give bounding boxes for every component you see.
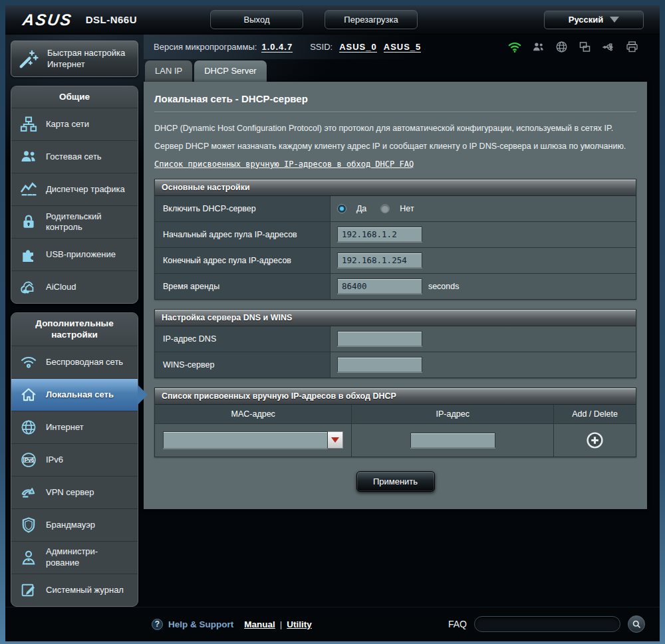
sidebar-item-label: Гостевая сеть: [46, 152, 102, 162]
traffic-manager-icon: [17, 180, 41, 199]
tab-bar: LAN IP DHCP Server: [144, 59, 647, 82]
tab-lan-ip[interactable]: LAN IP: [145, 60, 192, 82]
sidebar-item-wireless[interactable]: Беспроводная сеть: [11, 346, 138, 378]
wifi-icon: [17, 353, 41, 372]
column-header-ip: IP-адрес: [352, 405, 554, 423]
section-basic-settings: Основные настройки Включить DHCP-сервер …: [154, 179, 636, 300]
sidebar-item-label: Локальная сеть: [46, 389, 114, 400]
sidebar-item-label: Интернет: [46, 422, 84, 433]
mac-dropdown-button[interactable]: [328, 431, 343, 449]
sidebar-item-label: Карта сети: [46, 119, 89, 130]
lock-icon: [17, 213, 41, 231]
section-dns-title: Настройка сервера DNS и WINS: [155, 310, 636, 326]
manual-link[interactable]: Manual: [244, 619, 275, 629]
sidebar-item-internet[interactable]: Интернет: [11, 411, 138, 443]
lease-time-value-cell: seconds: [331, 274, 636, 299]
mac-address-input[interactable]: [163, 431, 328, 449]
dns-ip-input[interactable]: [337, 331, 422, 346]
doc-links: Manual | Utility: [244, 619, 312, 629]
person-icon: [17, 548, 41, 567]
plus-circle-icon: [585, 431, 604, 450]
sidebar-item-vpn-server[interactable]: VPN сервер: [11, 476, 138, 508]
footer-bar: ? Help & Support Manual | Utility FAQ: [5, 607, 660, 641]
radio-no[interactable]: [380, 204, 390, 213]
internet-status-icon[interactable]: [555, 40, 569, 54]
faq-search-input[interactable]: [474, 616, 620, 632]
sidebar-item-aicloud[interactable]: AiCloud: [11, 270, 138, 303]
row-dns-ip: IP-адрес DNS: [155, 326, 636, 352]
sidebar-item-firewall[interactable]: Брандмауэр: [11, 508, 138, 541]
network-map-icon: [17, 115, 41, 134]
sidebar-group-advanced-title: Дополнительные настройки: [11, 313, 138, 346]
faq-search-group: FAQ: [448, 615, 645, 633]
wins-server-input[interactable]: [337, 357, 422, 372]
tab-dhcp-server[interactable]: DHCP Server: [194, 60, 267, 82]
pool-end-label: Конечный адрес пула IP-адресов: [155, 248, 331, 273]
shield-icon: [17, 516, 41, 534]
sidebar-item-lan-selected[interactable]: Локальная сеть: [11, 378, 138, 411]
utility-link[interactable]: Utility: [287, 619, 312, 629]
radio-no-label[interactable]: Нет: [400, 204, 414, 213]
enable-dhcp-value: Да Нет: [331, 196, 636, 221]
content-area: Версия микропрограммы: 1.0.4.7 SSID: ASU…: [144, 35, 660, 607]
add-delete-cell: [554, 424, 636, 457]
sidebar-item-administration[interactable]: Администри-рование: [11, 541, 138, 574]
language-dropdown[interactable]: Русский: [544, 11, 644, 29]
row-lease-time: Время аренды seconds: [155, 273, 636, 299]
divider: [154, 112, 636, 113]
top-header-bar: ASUS DSL-N66U Выход Перезагрузка Русский: [5, 5, 660, 35]
firmware-version-link[interactable]: 1.0.4.7: [261, 42, 293, 53]
wins-server-label: WINS-сервер: [155, 352, 331, 377]
column-header-add-delete: Add / Delete: [554, 405, 636, 423]
sidebar-item-usb-application[interactable]: USB-приложение: [11, 238, 138, 270]
section-basic-title: Основные настройки: [155, 179, 636, 196]
sidebar-item-parental-control[interactable]: Родительский контроль: [11, 205, 138, 238]
mac-address-cell: [155, 424, 352, 457]
sidebar-group-advanced: Дополнительные настройки Беспроводная се…: [11, 312, 138, 607]
sidebar-item-label: Диспетчер трафика: [46, 184, 125, 195]
link-separator: |: [280, 619, 283, 629]
usb-status-icon[interactable]: [601, 40, 616, 54]
sidebar-item-traffic-manager[interactable]: Диспетчер трафика: [11, 173, 138, 205]
add-entry-button[interactable]: [585, 430, 605, 450]
ip-address-input[interactable]: [410, 433, 495, 448]
pool-end-input[interactable]: [337, 253, 422, 268]
printer-status-icon[interactable]: [625, 40, 639, 54]
wifi-status-icon[interactable]: [507, 40, 522, 54]
ip-address-cell: [352, 424, 554, 457]
sidebar-item-system-log[interactable]: Системный журнал: [11, 574, 138, 606]
clients-status-icon[interactable]: [578, 40, 592, 54]
radio-yes-label[interactable]: Да: [356, 204, 366, 213]
column-header-mac: MAC-адрес: [155, 405, 352, 423]
sidebar-item-label: Администри-рование: [46, 546, 131, 568]
pool-start-input[interactable]: [337, 227, 422, 242]
faq-label: FAQ: [448, 619, 467, 629]
main-area: Быстрая настройка Интернет Общие Карта с…: [5, 35, 660, 607]
guests-status-icon[interactable]: [531, 40, 545, 54]
lease-time-input[interactable]: [337, 278, 422, 294]
status-icon-tray: [507, 40, 639, 54]
radio-yes[interactable]: [337, 204, 346, 213]
help-support-link[interactable]: ? Help & Support: [152, 619, 233, 630]
faq-search-button[interactable]: [628, 615, 645, 633]
ssid-link-1[interactable]: ASUS_0: [339, 42, 377, 53]
sidebar-item-guest-network[interactable]: Гостевая сеть: [11, 140, 138, 173]
sidebar-item-label: Родительский контроль: [46, 211, 131, 233]
ssid-link-2[interactable]: ASUS_5: [384, 42, 422, 53]
manual-assignment-faq-link[interactable]: Список присвоенных вручную IP-адресов в …: [154, 160, 414, 169]
chevron-down-icon: [610, 17, 619, 23]
reboot-button[interactable]: Перезагрузка: [325, 10, 418, 29]
sidebar-item-network-map[interactable]: Карта сети: [11, 108, 138, 140]
globe-icon: [17, 418, 41, 437]
logout-button[interactable]: Выход: [210, 10, 303, 29]
pool-start-value-cell: [331, 222, 636, 247]
magic-wand-icon: [14, 48, 43, 70]
apply-button[interactable]: Применить: [356, 471, 435, 492]
sidebar-item-ipv6[interactable]: IPv6 IPv6: [11, 443, 138, 476]
section-dns-wins: Настройка сервера DNS и WINS IP-адрес DN…: [154, 309, 636, 378]
quick-setup-button[interactable]: Быстрая настройка Интернет: [11, 41, 138, 77]
sidebar: Быстрая настройка Интернет Общие Карта с…: [5, 35, 144, 607]
info-bar: Версия микропрограммы: 1.0.4.7 SSID: ASU…: [144, 35, 647, 59]
sidebar-group-general: Общие Карта сети: [11, 86, 138, 304]
home-icon: [17, 385, 41, 404]
